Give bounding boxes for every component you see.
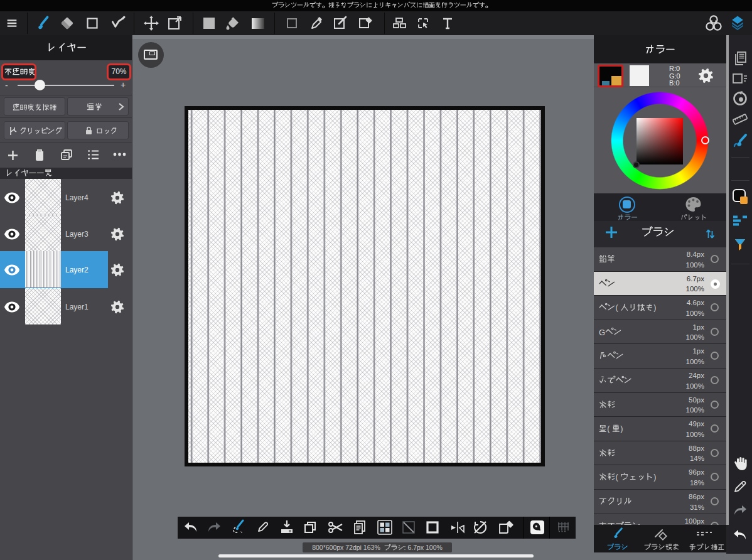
svg-text:(: ( — [616, 303, 619, 312]
svg-text:): ) — [653, 303, 656, 312]
svg-text:(: ( — [607, 424, 610, 433]
svg-text:(: ( — [616, 473, 619, 482]
svg-text:): ) — [620, 424, 623, 433]
svg-text:): ) — [653, 473, 656, 482]
